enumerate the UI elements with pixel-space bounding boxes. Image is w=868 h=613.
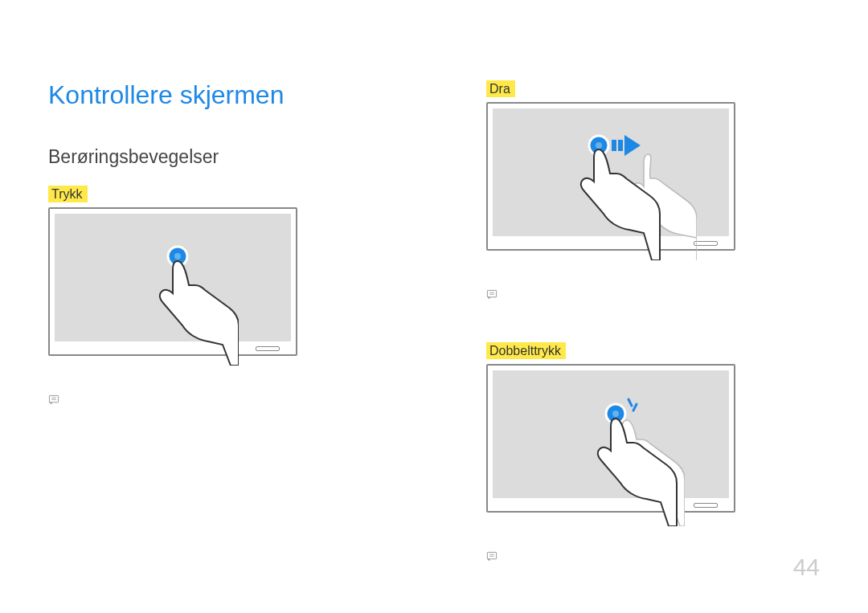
page-number: 44 (793, 554, 820, 581)
svg-point-8 (596, 142, 602, 149)
gesture-doubletap: Dobbelttrykk (486, 342, 820, 586)
hand-drag-icon (560, 132, 697, 260)
section-subtitle: Berøringsbevegelser (48, 146, 382, 168)
gesture-drag: Dra (486, 80, 820, 325)
svg-rect-5 (612, 140, 616, 151)
page-title: Kontrollere skjermen (48, 80, 382, 110)
left-column: Kontrollere skjermen Berøringsbevegelser… (48, 80, 382, 604)
gesture-drag-illustration (486, 102, 735, 251)
svg-rect-6 (618, 140, 623, 151)
right-column: Dra (486, 80, 820, 604)
gesture-doubletap-note (486, 550, 820, 562)
svg-point-15 (612, 411, 619, 417)
note-icon (486, 551, 497, 562)
svg-rect-16 (487, 552, 496, 558)
page: Kontrollere skjermen Berøringsbevegelser… (0, 0, 868, 613)
gesture-drag-desc (486, 257, 820, 281)
gesture-tap-illustration (48, 207, 297, 356)
note-icon (486, 289, 497, 300)
gesture-drag-label: Dra (486, 80, 515, 97)
svg-line-13 (633, 404, 637, 411)
gesture-doubletap-label: Dobbelttrykk (486, 342, 566, 359)
hand-tap-icon (142, 245, 239, 366)
content-columns: Kontrollere skjermen Berøringsbevegelser… (48, 80, 820, 604)
gesture-tap-desc (48, 362, 382, 386)
gesture-tap-note (48, 393, 382, 406)
gesture-tap: Trykk (48, 186, 382, 430)
svg-rect-2 (49, 395, 58, 402)
gesture-doubletap-illustration (486, 364, 735, 513)
svg-rect-9 (487, 290, 496, 296)
gesture-drag-note (486, 288, 820, 300)
hand-doubletap-icon (580, 398, 685, 526)
note-icon (48, 394, 59, 406)
svg-point-1 (174, 253, 181, 260)
svg-line-12 (628, 399, 632, 406)
gesture-tap-label: Trykk (48, 186, 88, 202)
